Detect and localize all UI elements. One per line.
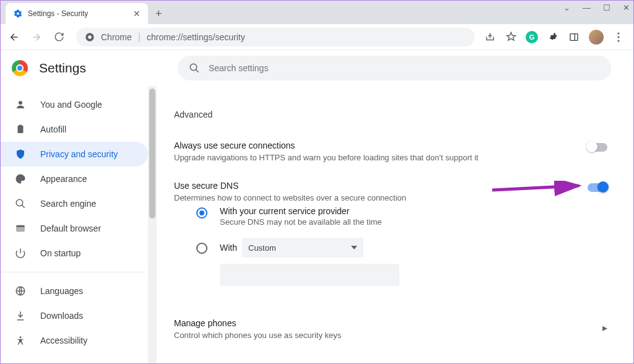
sidebar-scrollbar[interactable]: [148, 86, 157, 364]
forward-button[interactable]: [28, 28, 45, 46]
sidebar-item-label: Privacy and security: [40, 149, 118, 159]
radio-desc: Secure DNS may not be available all the …: [220, 217, 382, 227]
sidebar-item-label: Languages: [40, 286, 83, 296]
new-tab-button[interactable]: +: [155, 7, 162, 24]
profile-avatar[interactable]: [589, 30, 604, 45]
shield-icon: [14, 149, 27, 160]
close-tab-icon[interactable]: ✕: [133, 9, 141, 19]
page-title: Settings: [39, 61, 86, 76]
clipboard-icon: [14, 124, 27, 135]
radio-icon[interactable]: [196, 243, 207, 254]
sidebar-item-you-and-google[interactable]: You and Google: [1, 92, 148, 117]
sidebar: You and Google Autofill Privacy and secu…: [1, 86, 157, 364]
svg-point-4: [617, 36, 619, 38]
omnibox[interactable]: Chrome | chrome://settings/security: [76, 28, 475, 46]
side-panel-icon[interactable]: [568, 32, 580, 42]
setting-secure-dns: Use secure DNS Determines how to connect…: [174, 175, 607, 298]
person-icon: [14, 99, 27, 110]
sidebar-item-on-startup[interactable]: On startup: [1, 241, 148, 266]
svg-point-5: [617, 40, 619, 41]
radio-option-current-provider[interactable]: With your current service provider Secur…: [196, 206, 607, 227]
power-icon: [14, 248, 27, 259]
sidebar-item-languages[interactable]: Languages: [1, 279, 148, 303]
annotation-arrow: [492, 181, 585, 199]
back-button[interactable]: [6, 28, 23, 46]
close-window-icon[interactable]: ✕: [623, 3, 630, 12]
setting-desc: Upgrade navigations to HTTPS and warn yo…: [174, 153, 607, 162]
extension-grammarly-icon[interactable]: G: [526, 31, 538, 43]
browser-tab[interactable]: Settings - Security ✕: [6, 3, 148, 24]
extensions-icon[interactable]: [547, 32, 559, 42]
setting-desc: Control which phones you use as security…: [174, 331, 607, 340]
accessibility-icon: [14, 335, 27, 346]
search-icon: [189, 63, 200, 74]
svg-point-3: [617, 32, 619, 34]
caret-down-icon[interactable]: ⌄: [563, 3, 570, 12]
browser-icon: [14, 223, 27, 234]
globe-icon: [14, 285, 27, 297]
custom-dns-input[interactable]: [220, 264, 399, 286]
svg-point-1: [88, 35, 91, 38]
chevron-right-icon: ▸: [602, 322, 607, 334]
sidebar-item-label: You and Google: [40, 100, 102, 110]
scroll-thumb[interactable]: [149, 89, 155, 219]
select-value: Custom: [248, 243, 276, 253]
sidebar-item-label: Search engine: [40, 199, 96, 209]
toggle-secure-connections[interactable]: [588, 143, 607, 152]
svg-line-14: [492, 186, 579, 190]
setting-title: Always use secure connections: [174, 141, 607, 150]
radio-label: With: [220, 243, 237, 253]
svg-point-10: [16, 199, 23, 206]
chrome-logo-icon: [12, 60, 28, 76]
radio-label: With your current service provider: [220, 206, 382, 216]
maximize-icon[interactable]: ☐: [603, 3, 610, 12]
sidebar-item-accessibility[interactable]: Accessibility: [1, 328, 148, 353]
content-area: Advanced Always use secure connections U…: [157, 86, 633, 364]
sidebar-item-label: Downloads: [40, 311, 83, 321]
svg-rect-2: [570, 33, 578, 40]
sidebar-item-label: Accessibility: [40, 336, 87, 345]
toggle-secure-dns[interactable]: [588, 183, 607, 192]
setting-manage-phones[interactable]: Manage phones Control which phones you u…: [174, 310, 607, 349]
omnibox-url: chrome://settings/security: [147, 32, 245, 42]
reload-button[interactable]: [50, 28, 67, 46]
kebab-menu-icon[interactable]: [612, 32, 625, 42]
radio-icon[interactable]: [196, 207, 207, 219]
sidebar-item-default-browser[interactable]: Default browser: [1, 216, 148, 241]
share-icon[interactable]: [484, 32, 496, 42]
gear-icon: [13, 9, 23, 19]
search-icon: [14, 198, 27, 209]
address-bar: Chrome | chrome://settings/security G: [1, 24, 633, 50]
download-icon: [14, 310, 27, 321]
settings-header: Settings: [1, 50, 633, 86]
sidebar-item-label: Default browser: [40, 223, 101, 233]
svg-point-6: [190, 64, 197, 71]
sidebar-divider: [1, 272, 144, 272]
dns-provider-select[interactable]: Custom: [242, 238, 363, 258]
svg-point-13: [20, 336, 22, 338]
svg-rect-8: [18, 126, 24, 133]
section-heading: Advanced: [174, 110, 607, 119]
setting-title: Manage phones: [174, 318, 607, 328]
palette-icon: [14, 173, 27, 184]
sidebar-item-label: Autofill: [40, 124, 66, 134]
svg-rect-9: [19, 125, 22, 127]
chevron-down-icon: [351, 246, 357, 249]
sidebar-item-label: On startup: [40, 248, 80, 258]
sidebar-item-search-engine[interactable]: Search engine: [1, 191, 148, 216]
sidebar-item-downloads[interactable]: Downloads: [1, 303, 148, 328]
radio-option-custom[interactable]: With Custom: [196, 238, 607, 258]
window-controls: ⌄ — ☐ ✕: [563, 3, 630, 12]
sidebar-item-privacy-security[interactable]: Privacy and security: [1, 142, 148, 167]
bookmark-icon[interactable]: [505, 32, 517, 42]
search-settings[interactable]: [178, 56, 611, 80]
minimize-icon[interactable]: —: [583, 3, 591, 12]
sidebar-item-autofill[interactable]: Autofill: [1, 117, 148, 142]
window-titlebar: Settings - Security ✕ + ⌄ — ☐ ✕: [1, 1, 633, 24]
sidebar-item-label: Appearance: [40, 174, 87, 184]
tab-title: Settings - Security: [28, 9, 128, 18]
omnibox-prefix: Chrome: [101, 32, 132, 42]
sidebar-item-appearance[interactable]: Appearance: [1, 167, 148, 191]
search-input[interactable]: [209, 63, 600, 73]
chrome-icon: [85, 32, 95, 42]
